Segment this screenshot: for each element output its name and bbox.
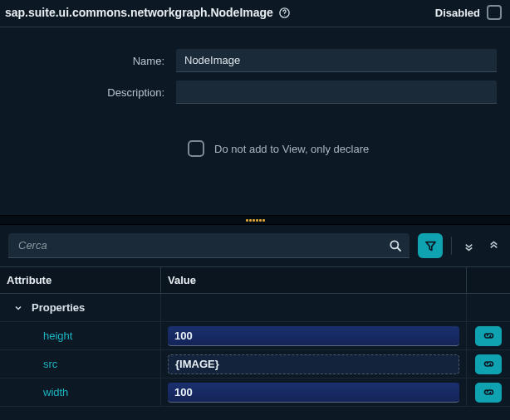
search-input[interactable] bbox=[8, 233, 409, 258]
chevron-down-icon[interactable] bbox=[13, 303, 23, 313]
property-value-input[interactable] bbox=[168, 383, 459, 403]
bind-button[interactable] bbox=[475, 383, 502, 403]
description-input[interactable] bbox=[176, 81, 497, 104]
col-header-value[interactable]: Value bbox=[161, 267, 467, 293]
header-bar: sap.suite.ui.commons.networkgraph.NodeIm… bbox=[0, 0, 510, 27]
splitter-bar[interactable] bbox=[0, 215, 510, 225]
property-value-input[interactable] bbox=[168, 354, 459, 374]
property-name[interactable]: width bbox=[43, 386, 68, 398]
class-title: sap.suite.ui.commons.networkgraph.NodeIm… bbox=[5, 6, 273, 19]
grid-header: Attribute Value bbox=[0, 266, 510, 294]
collapse-all-button[interactable] bbox=[485, 237, 502, 254]
expand-all-button[interactable] bbox=[460, 237, 477, 254]
property-value-input[interactable] bbox=[168, 326, 459, 346]
property-name[interactable]: src bbox=[43, 358, 57, 370]
search-icon[interactable] bbox=[388, 238, 403, 253]
declare-label: Do not add to View, only declare bbox=[214, 143, 369, 155]
disabled-checkbox[interactable] bbox=[487, 5, 502, 20]
property-name[interactable]: height bbox=[43, 330, 72, 342]
disabled-label: Disabled bbox=[435, 7, 480, 19]
table-row: height bbox=[0, 322, 510, 350]
group-label: Properties bbox=[32, 301, 85, 314]
toolbar-separator bbox=[451, 237, 452, 255]
splitter-handle-icon bbox=[246, 219, 265, 222]
help-icon[interactable] bbox=[278, 6, 292, 19]
table-row: width bbox=[0, 378, 510, 407]
name-input[interactable] bbox=[176, 49, 497, 72]
svg-line-3 bbox=[397, 247, 400, 251]
svg-point-1 bbox=[284, 15, 285, 16]
bind-button[interactable] bbox=[475, 354, 502, 374]
description-label: Description: bbox=[13, 86, 176, 99]
col-header-attribute[interactable]: Attribute bbox=[0, 267, 161, 293]
name-label: Name: bbox=[13, 55, 176, 67]
declare-checkbox[interactable] bbox=[188, 140, 204, 157]
group-row-properties[interactable]: Properties bbox=[0, 294, 510, 322]
form-panel: Name: Description: Do not add to View, o… bbox=[0, 27, 510, 165]
filter-button[interactable] bbox=[418, 233, 443, 258]
table-row: src bbox=[0, 350, 510, 378]
col-header-actions bbox=[467, 267, 510, 293]
grid-toolbar bbox=[0, 225, 510, 266]
bind-button[interactable] bbox=[475, 326, 502, 346]
